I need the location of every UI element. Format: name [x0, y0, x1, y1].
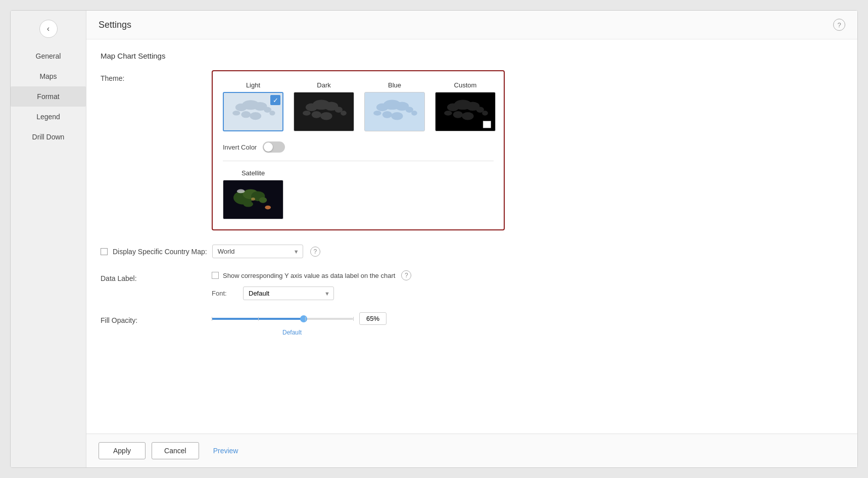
svg-point-14 — [312, 111, 321, 118]
opacity-default-link[interactable]: Default — [282, 329, 302, 336]
svg-point-44 — [265, 206, 271, 210]
theme-thumbnail-dark[interactable] — [294, 92, 354, 131]
data-label-help-icon[interactable]: ? — [401, 270, 411, 280]
slider-tick-66 — [305, 317, 306, 321]
back-icon: ‹ — [47, 24, 50, 33]
svg-point-43 — [237, 189, 245, 194]
sidebar: ‹ General Maps Format Legend Drill Down — [11, 11, 86, 467]
slider-container — [212, 312, 387, 325]
country-map-help-icon[interactable]: ? — [310, 247, 320, 257]
toggle-knob — [264, 142, 273, 152]
svg-point-5 — [241, 111, 251, 118]
svg-point-15 — [320, 112, 332, 120]
theme-light-label: Light — [246, 81, 260, 89]
theme-satellite-label: Satellite — [242, 169, 265, 177]
font-label: Font: — [212, 290, 237, 297]
opacity-controls: Default — [212, 312, 387, 336]
data-label-checkbox[interactable] — [212, 272, 219, 279]
settings-content: Map Chart Settings Theme: Light ✓ — [86, 39, 857, 434]
svg-rect-36 — [483, 121, 491, 128]
font-dropdown-wrapper: Default ▼ — [243, 286, 334, 300]
opacity-slider-fill — [212, 318, 304, 320]
font-row: Font: Default ▼ — [212, 286, 411, 300]
svg-point-26 — [411, 111, 417, 116]
cancel-button[interactable]: Cancel — [152, 442, 199, 459]
apply-button[interactable]: Apply — [99, 442, 146, 459]
country-dropdown-wrapper: World ▼ — [212, 245, 303, 258]
theme-label: Theme: — [101, 70, 212, 82]
country-map-checkbox[interactable] — [101, 248, 108, 255]
data-label-row: Data Label: Show corresponding Y axis va… — [101, 270, 843, 300]
fill-opacity-row: Fill Opacity: — [101, 312, 843, 336]
theme-box: Light ✓ — [212, 70, 505, 230]
theme-custom-label: Custom — [454, 81, 477, 89]
sidebar-item-maps[interactable]: Maps — [11, 66, 86, 86]
svg-point-7 — [232, 111, 240, 115]
theme-dark-label: Dark — [317, 81, 330, 89]
svg-point-33 — [462, 112, 473, 120]
data-label-label: Data Label: — [101, 270, 212, 282]
header: Settings ? — [86, 11, 857, 39]
theme-option-satellite[interactable]: Satellite — [223, 169, 283, 219]
content-area: Settings ? Map Chart Settings Theme: — [86, 11, 857, 467]
fill-opacity-label: Fill Opacity: — [101, 312, 212, 324]
data-label-controls: Show corresponding Y axis value as data … — [212, 270, 411, 300]
svg-point-45 — [251, 198, 255, 201]
invert-color-row: Invert Color — [223, 141, 494, 153]
page-title: Settings — [99, 20, 131, 30]
svg-point-42 — [244, 201, 253, 207]
data-label-checkbox-row: Show corresponding Y axis value as data … — [212, 270, 411, 280]
header-help-icon[interactable]: ? — [833, 19, 845, 31]
theme-thumbnail-satellite[interactable] — [223, 180, 283, 219]
svg-point-16 — [303, 111, 311, 116]
country-map-label: Display Specific Country Map: — [113, 248, 207, 256]
font-dropdown[interactable]: Default — [243, 286, 334, 300]
sidebar-item-drilldown[interactable]: Drill Down — [11, 127, 86, 147]
theme-option-light[interactable]: Light ✓ — [223, 81, 283, 131]
theme-thumbnail-light[interactable]: ✓ — [223, 92, 283, 131]
back-button[interactable]: ‹ — [39, 20, 58, 38]
theme-check-light: ✓ — [270, 95, 280, 105]
opacity-slider-thumb[interactable] — [300, 315, 307, 322]
sidebar-item-legend[interactable]: Legend — [11, 107, 86, 127]
section-title: Map Chart Settings — [101, 52, 843, 60]
country-map-row: Display Specific Country Map: World ▼ ? — [101, 243, 843, 258]
invert-color-label: Invert Color — [223, 144, 257, 151]
theme-options-row: Light ✓ — [223, 81, 494, 131]
theme-blue-label: Blue — [388, 81, 401, 89]
theme-thumbnail-blue[interactable] — [364, 92, 425, 131]
slider-tick-33 — [258, 317, 259, 321]
slider-tick-100 — [353, 317, 354, 321]
theme-option-dark[interactable]: Dark — [294, 81, 354, 131]
svg-point-24 — [391, 112, 403, 120]
opacity-value-input[interactable] — [359, 312, 387, 325]
theme-row: Theme: Light ✓ — [101, 70, 843, 230]
svg-point-8 — [269, 111, 275, 115]
sidebar-item-format[interactable]: Format — [11, 86, 86, 107]
svg-point-25 — [373, 111, 381, 116]
slider-tick-0 — [212, 317, 212, 321]
svg-point-6 — [250, 112, 261, 120]
svg-point-23 — [382, 111, 392, 118]
data-label-checkbox-text: Show corresponding Y axis value as data … — [223, 272, 395, 279]
preview-button[interactable]: Preview — [205, 443, 247, 459]
sidebar-item-general[interactable]: General — [11, 46, 86, 66]
svg-point-17 — [341, 111, 347, 116]
theme-thumbnail-custom[interactable] — [435, 92, 496, 131]
svg-point-41 — [259, 197, 267, 203]
theme-divider — [223, 161, 494, 161]
svg-point-32 — [453, 111, 463, 118]
svg-point-34 — [444, 111, 452, 116]
country-map-dropdown[interactable]: World — [212, 245, 303, 258]
satellite-row: Satellite — [223, 169, 494, 219]
footer: Apply Cancel Preview — [86, 434, 857, 467]
theme-option-blue[interactable]: Blue — [364, 81, 425, 131]
opacity-slider-track[interactable] — [212, 318, 353, 320]
theme-option-custom[interactable]: Custom — [435, 81, 496, 131]
invert-color-toggle[interactable] — [263, 141, 285, 153]
svg-point-35 — [482, 111, 488, 116]
